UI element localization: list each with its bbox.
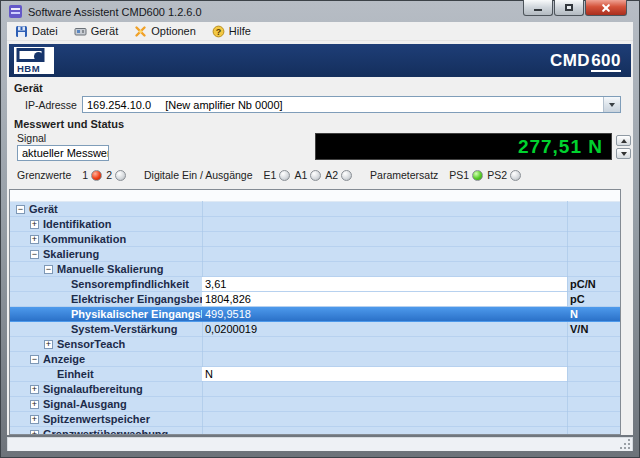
- application-window: Software Assistent CMD600 1.2.6.0 Datei …: [0, 0, 640, 458]
- tree-row-value: [202, 397, 567, 411]
- menu-datei-label: Datei: [32, 25, 58, 37]
- status-bar: [7, 437, 633, 451]
- tree-row[interactable]: −Anzeige: [10, 352, 620, 367]
- tree-row-label: Elektrischer Eingangsbereich: [71, 293, 202, 305]
- expand-icon[interactable]: +: [30, 235, 39, 244]
- menu-hilfe[interactable]: ? Hilfe: [208, 24, 259, 39]
- options-icon: [134, 25, 147, 38]
- collapse-icon[interactable]: −: [16, 205, 25, 214]
- tree-row-value: [202, 247, 567, 261]
- expand-icon[interactable]: +: [30, 385, 39, 394]
- tree-row-unit: [567, 232, 620, 246]
- device-section-heading: Gerät: [14, 82, 633, 94]
- tree-row-label: Anzeige: [43, 353, 85, 365]
- tree-row[interactable]: Sensorempfindlichkeit3,61pC/N: [10, 277, 620, 292]
- tree-row-unit: [567, 382, 620, 396]
- tree-row-value[interactable]: 3,61: [202, 277, 567, 291]
- hbm-logo: HBM: [14, 47, 54, 74]
- tree-row[interactable]: +Signal-Ausgang: [10, 397, 620, 412]
- tree-row-label: Skalierung: [43, 248, 99, 260]
- ip-address-value: 169.254.10.0: [87, 99, 151, 111]
- collapse-icon[interactable]: −: [30, 355, 39, 364]
- led-red-indicator: [91, 170, 102, 181]
- signal-value: aktueller Messwert: [22, 147, 109, 159]
- tree-row[interactable]: −Skalierung: [10, 247, 620, 262]
- menu-optionen[interactable]: Optionen: [130, 24, 204, 39]
- tree-row-value: [202, 352, 567, 366]
- spinner-up-button[interactable]: [616, 135, 631, 146]
- tree-row-label: Einheit: [57, 368, 94, 380]
- tree-row-unit: [567, 262, 620, 276]
- tree-row[interactable]: +Identifikation: [10, 217, 620, 232]
- tree-row-value: [202, 202, 567, 216]
- menu-datei[interactable]: Datei: [11, 24, 66, 39]
- measurement-block: Signal aktueller Messwert 277,51 N: [17, 132, 621, 163]
- minimize-button[interactable]: [523, 0, 553, 16]
- tree-row[interactable]: System-Verstärkung0,0200019V/N: [10, 322, 620, 337]
- svg-text:HBM: HBM: [17, 63, 40, 73]
- menu-hilfe-label: Hilfe: [229, 25, 251, 37]
- ip-address-combobox[interactable]: 169.254.10.0 [New amplifier Nb 0000]: [82, 96, 621, 113]
- tree-row[interactable]: +Spitzenwertspeicher: [10, 412, 620, 427]
- display-spinner: [616, 135, 631, 159]
- led-label: 1: [82, 169, 88, 181]
- tree-row-label: Spitzenwertspeicher: [43, 413, 150, 425]
- expand-icon[interactable]: +: [30, 430, 39, 436]
- tree-row[interactable]: +SensorTeach: [10, 337, 620, 352]
- help-icon: ?: [212, 25, 225, 38]
- collapse-icon[interactable]: −: [44, 265, 53, 274]
- expand-icon[interactable]: +: [30, 220, 39, 229]
- brand-banner: HBM CMD600: [9, 44, 631, 77]
- tree-row-unit: [567, 217, 620, 231]
- menu-geraet[interactable]: Gerät: [70, 24, 127, 39]
- tree-row[interactable]: EinheitN: [10, 367, 620, 382]
- chevron-up-icon: [621, 139, 627, 143]
- tree-row-value: 0,0200019: [202, 322, 567, 336]
- tree-row[interactable]: +Signalaufbereitung: [10, 382, 620, 397]
- window-controls: [522, 0, 627, 16]
- tree-row-label: Sensorempfindlichkeit: [71, 278, 189, 290]
- expand-icon[interactable]: +: [44, 340, 53, 349]
- tree-row-unit: [567, 247, 620, 261]
- status-group-label: Grenzwerte: [17, 169, 71, 181]
- led-label: PS1: [449, 169, 469, 181]
- hbm-logo-icon: HBM: [16, 48, 52, 73]
- expand-icon[interactable]: +: [30, 400, 39, 409]
- tree-row-value: [202, 427, 567, 435]
- led-label: A2: [325, 169, 338, 181]
- tree-row-label: Signalaufbereitung: [43, 383, 143, 395]
- tree-row-value: [202, 232, 567, 246]
- expand-icon[interactable]: +: [30, 415, 39, 424]
- tree-row-unit: [567, 352, 620, 366]
- tree-row-value[interactable]: N: [202, 367, 567, 381]
- chevron-down-icon: [621, 152, 627, 156]
- tree-row-value: [202, 217, 567, 231]
- maximize-button[interactable]: [554, 0, 584, 16]
- svg-text:?: ?: [216, 26, 222, 36]
- tree-row-value: [202, 262, 567, 276]
- chevron-down-icon[interactable]: [603, 97, 620, 112]
- tree-row[interactable]: +Grenzwertüberwachung: [10, 427, 620, 435]
- collapse-icon[interactable]: −: [30, 250, 39, 259]
- status-group-label: Parametersatz: [370, 169, 438, 181]
- tree-row-label: Manuelle Skalierung: [57, 263, 163, 275]
- tree-row[interactable]: −Manuelle Skalierung: [10, 262, 620, 277]
- tree-header: [10, 190, 620, 202]
- tree-row[interactable]: +Kommunikation: [10, 232, 620, 247]
- signal-combobox[interactable]: aktueller Messwert: [17, 145, 109, 161]
- tree-row-value: [202, 412, 567, 426]
- led-label: PS2: [487, 169, 507, 181]
- close-button[interactable]: [585, 0, 627, 16]
- tree-row-label: Physikalischer Eingangsbereich: [71, 308, 202, 320]
- tree-row[interactable]: Physikalischer Eingangsbereich499,9518N: [10, 307, 620, 322]
- tree-row-value[interactable]: 1804,826: [202, 292, 567, 306]
- minimize-icon: [534, 9, 542, 11]
- tree-row[interactable]: Elektrischer Eingangsbereich1804,826pC: [10, 292, 620, 307]
- measurement-section-heading: Messwert und Status: [14, 118, 633, 130]
- spinner-down-button[interactable]: [616, 148, 631, 159]
- tree-row-unit: [567, 427, 620, 435]
- tree-row[interactable]: −Gerät: [10, 202, 620, 217]
- window-title: Software Assistent CMD600 1.2.6.0: [28, 6, 202, 18]
- measurement-display: 277,51 N: [315, 133, 612, 160]
- resize-grip[interactable]: [620, 439, 631, 450]
